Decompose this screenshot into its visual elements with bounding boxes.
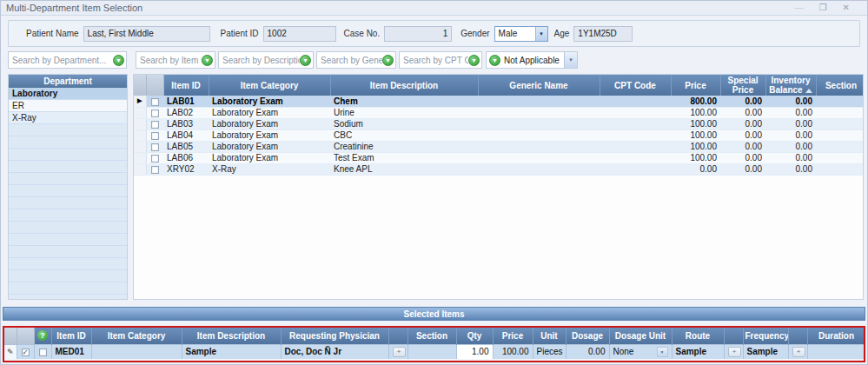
gender-select[interactable]: Male ▼ xyxy=(494,26,548,42)
item-row[interactable]: LAB02 Laboratory Exam Urine 100.00 0.00 … xyxy=(134,107,864,118)
cell-section xyxy=(816,118,864,129)
cell-dosage[interactable]: 0.00 xyxy=(566,344,609,359)
selected-item-row[interactable]: ✎ MED01 Sample Doc, Doc Ñ Jr + 1.00 100.… xyxy=(4,344,865,359)
row-checkbox[interactable] xyxy=(151,110,159,117)
cell-duration[interactable] xyxy=(807,344,865,359)
row-checkbox[interactable] xyxy=(151,121,159,129)
col-dosage-unit[interactable]: Dosage Unit xyxy=(609,328,672,344)
cell-item-description: Sample xyxy=(182,344,281,359)
col-item-description[interactable]: Item Description xyxy=(330,75,478,96)
search-description-input[interactable] xyxy=(222,53,300,67)
physician-browse-button[interactable]: + xyxy=(393,347,406,357)
col-item-category[interactable]: Item Category xyxy=(209,75,330,96)
search-go-icon[interactable]: ▼ xyxy=(202,55,213,66)
cell-route[interactable]: Sample xyxy=(672,344,724,359)
col-item-id[interactable]: Item ID xyxy=(163,75,209,96)
col-item-id[interactable]: Item ID xyxy=(51,328,91,344)
cell-item-description: Knee APL xyxy=(330,163,478,175)
qty-input-cell[interactable]: 1.00 xyxy=(456,344,493,359)
department-item-er[interactable]: ER xyxy=(9,100,127,112)
col-price[interactable]: Price xyxy=(671,75,720,96)
checkbox-column-header[interactable] xyxy=(146,75,163,96)
search-cpt-code-input[interactable] xyxy=(403,53,468,67)
cell-cpt-code xyxy=(600,129,671,141)
search-generic-input[interactable] xyxy=(321,53,382,67)
frequency-browse-button[interactable]: + xyxy=(792,347,805,357)
patient-name-field[interactable] xyxy=(83,26,210,42)
row-indicator-header xyxy=(4,328,17,344)
cell-section[interactable] xyxy=(407,344,456,359)
cell-special-price: 0.00 xyxy=(720,129,765,141)
cell-item-description: CBC xyxy=(330,129,478,141)
row-checkbox[interactable] xyxy=(151,166,159,174)
restore-icon[interactable]: ❐ xyxy=(819,3,827,12)
col-price[interactable]: Price xyxy=(493,328,533,344)
search-item-id-input[interactable] xyxy=(140,53,202,67)
selected-items-header-row: ? Item ID Item Category Item Description… xyxy=(4,328,865,344)
dosage-unit-select[interactable]: None ▼ xyxy=(609,344,672,359)
item-row[interactable]: XRY02 X-Ray Knee APL 0.00 0.00 0.00 xyxy=(134,163,864,175)
patient-id-field[interactable] xyxy=(263,26,336,42)
cell-price: 0.00 xyxy=(671,163,720,175)
chevron-down-icon[interactable]: ▼ xyxy=(564,52,577,68)
col-requesting-physician[interactable]: Requesting Physician xyxy=(281,328,388,344)
col-cpt-code[interactable]: CPT Code xyxy=(600,75,671,96)
help-icon: ? xyxy=(37,330,48,341)
col-section[interactable]: Section xyxy=(407,328,456,344)
case-no-field[interactable] xyxy=(384,26,452,42)
selected-items-header: Selected Items xyxy=(3,307,865,321)
row-checkbox[interactable] xyxy=(151,143,159,151)
col-route[interactable]: Route xyxy=(672,328,724,344)
col-generic-name[interactable]: Generic Name xyxy=(478,75,600,96)
close-icon[interactable]: ✕ xyxy=(843,3,850,12)
checkbox-column-header[interactable] xyxy=(17,328,34,344)
search-go-icon[interactable]: ▼ xyxy=(468,55,480,66)
search-go-icon[interactable]: ▼ xyxy=(382,55,394,66)
search-go-icon[interactable]: ▼ xyxy=(300,55,311,66)
row-checkbox[interactable] xyxy=(151,132,159,140)
col-special-price[interactable]: Special Price xyxy=(720,75,765,96)
cell-special-price: 0.00 xyxy=(720,141,765,152)
department-empty-rows xyxy=(9,124,127,299)
search-go-icon[interactable]: ▼ xyxy=(113,55,124,66)
col-help[interactable]: ? xyxy=(34,328,51,344)
chevron-down-icon[interactable]: ▼ xyxy=(535,27,547,41)
help-checkbox[interactable] xyxy=(39,348,47,356)
cell-requesting-physician[interactable]: Doc, Doc Ñ Jr xyxy=(281,344,388,359)
col-unit[interactable]: Unit xyxy=(533,328,566,344)
item-grid-header-row: Item ID Item Category Item Description G… xyxy=(134,75,864,96)
cell-inventory-balance: 0.00 xyxy=(765,107,816,118)
col-item-category[interactable]: Item Category xyxy=(91,328,182,344)
item-type-filter-select[interactable]: ▼ Not Applicable ▼ xyxy=(486,51,578,69)
age-field[interactable] xyxy=(573,26,633,42)
search-department-input[interactable] xyxy=(12,53,113,67)
inventory-balance-label: Inventory Balance xyxy=(769,76,810,95)
cell-generic-name xyxy=(478,152,600,163)
cell-item-category: Laboratory Exam xyxy=(209,107,330,118)
cell-frequency[interactable]: Sample xyxy=(743,344,788,359)
minimize-icon[interactable]: — xyxy=(795,3,804,12)
row-checkbox[interactable] xyxy=(151,155,159,163)
item-row[interactable]: LAB04 Laboratory Exam CBC 100.00 0.00 0.… xyxy=(134,129,864,141)
route-browse-button[interactable]: + xyxy=(728,347,741,357)
col-section[interactable]: Section xyxy=(816,75,864,96)
row-checkbox[interactable] xyxy=(22,348,30,356)
department-column-header[interactable]: Department xyxy=(9,75,127,88)
cell-item-id: LAB03 xyxy=(163,118,209,129)
item-row[interactable]: ▶ LAB01 Laboratory Exam Chem 800.00 0.00… xyxy=(134,96,864,107)
col-inventory-balance[interactable]: Inventory Balance xyxy=(765,75,816,96)
chevron-down-icon[interactable]: ▼ xyxy=(657,347,668,357)
col-duration[interactable]: Duration xyxy=(807,328,865,344)
col-dosage[interactable]: Dosage xyxy=(566,328,609,344)
cell-item-category xyxy=(91,344,182,359)
item-row[interactable]: LAB05 Laboratory Exam Creatinine 100.00 … xyxy=(134,141,864,152)
col-qty[interactable]: Qty xyxy=(456,328,493,344)
col-frequency[interactable]: Frequency xyxy=(743,328,788,344)
item-row[interactable]: LAB03 Laboratory Exam Sodium 100.00 0.00… xyxy=(134,118,864,129)
item-row[interactable]: LAB06 Laboratory Exam Test Exam 100.00 0… xyxy=(134,152,864,163)
col-item-description[interactable]: Item Description xyxy=(182,328,281,344)
department-item-xray[interactable]: X-Ray xyxy=(9,112,127,124)
search-department-box: ▼ xyxy=(8,51,127,69)
row-checkbox[interactable] xyxy=(151,98,159,106)
department-item-laboratory[interactable]: Laboratory xyxy=(9,88,127,100)
